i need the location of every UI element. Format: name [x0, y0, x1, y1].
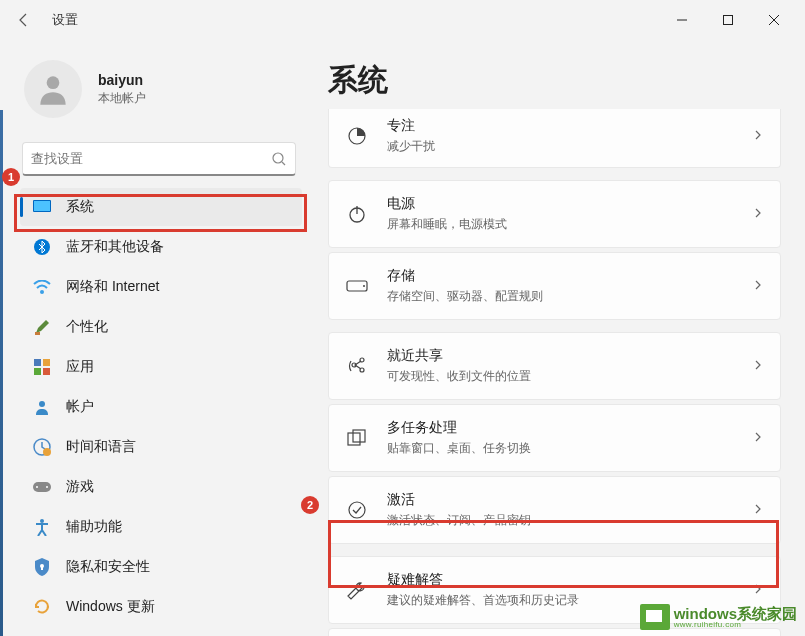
svg-point-33	[349, 502, 365, 518]
svg-point-19	[46, 486, 48, 488]
apps-icon	[32, 357, 52, 377]
maximize-button[interactable]	[705, 4, 751, 36]
chevron-right-icon	[752, 501, 764, 519]
minimize-icon	[676, 14, 688, 26]
maximize-icon	[722, 14, 734, 26]
chevron-right-icon	[752, 357, 764, 375]
paintbrush-icon	[32, 317, 52, 337]
chevron-right-icon	[752, 127, 764, 145]
tile-desc: 可发现性、收到文件的位置	[387, 368, 752, 385]
arrow-left-icon	[16, 12, 32, 28]
user-name: baiyun	[98, 72, 146, 88]
close-button[interactable]	[751, 4, 797, 36]
svg-point-8	[40, 290, 44, 294]
tile-storage[interactable]: 存储存储空间、驱动器、配置规则	[328, 252, 781, 320]
tile-focus[interactable]: 专注减少干扰	[328, 109, 781, 168]
avatar	[24, 60, 82, 118]
nav-item-bluetooth[interactable]: 蓝牙和其他设备	[20, 228, 302, 266]
tile-desc: 激活状态、订阅、产品密钥	[387, 512, 752, 529]
nav-item-accessibility[interactable]: 辅助功能	[20, 508, 302, 546]
nav-label: 帐户	[66, 398, 94, 416]
nav-item-accounts[interactable]: 帐户	[20, 388, 302, 426]
tile-power[interactable]: 电源屏幕和睡眠，电源模式	[328, 180, 781, 248]
svg-line-4	[282, 162, 285, 165]
annotation-marker-1: 1	[2, 168, 20, 186]
svg-point-18	[36, 486, 38, 488]
nav-label: 游戏	[66, 478, 94, 496]
tile-title: 就近共享	[387, 347, 752, 365]
tile-activation[interactable]: 激活激活状态、订阅、产品密钥	[328, 476, 781, 544]
nav-label: Windows 更新	[66, 598, 155, 616]
bluetooth-icon	[32, 237, 52, 257]
tile-desc: 贴靠窗口、桌面、任务切换	[387, 440, 752, 457]
titlebar: 设置	[0, 0, 805, 40]
nav-item-network[interactable]: 网络和 Internet	[20, 268, 302, 306]
check-circle-icon	[345, 498, 369, 522]
watermark-text: windows系统家园	[674, 606, 797, 621]
app-title: 设置	[52, 11, 78, 29]
nav-item-personalization[interactable]: 个性化	[20, 308, 302, 346]
tile-list: 专注减少干扰 电源屏幕和睡眠，电源模式 存储存储空间、驱动器、配置规则 就近共享…	[328, 109, 781, 636]
svg-point-2	[47, 76, 60, 89]
search-box[interactable]	[22, 142, 296, 176]
svg-point-3	[273, 153, 283, 163]
tile-title: 激活	[387, 491, 752, 509]
wifi-icon	[32, 277, 52, 297]
chevron-right-icon	[752, 205, 764, 223]
svg-point-27	[363, 285, 365, 287]
chevron-right-icon	[752, 277, 764, 295]
tile-desc: 存储空间、驱动器、配置规则	[387, 288, 752, 305]
gamepad-icon	[32, 477, 52, 497]
svg-rect-13	[43, 368, 50, 375]
svg-rect-1	[724, 16, 733, 25]
search-icon	[271, 151, 287, 167]
tile-title: 疑难解答	[387, 571, 752, 589]
nav-item-time-language[interactable]: 时间和语言	[20, 428, 302, 466]
wrench-icon	[345, 578, 369, 602]
nav-label: 网络和 Internet	[66, 278, 159, 296]
annotation-marker-2: 2	[301, 496, 319, 514]
tile-multitasking[interactable]: 多任务处理贴靠窗口、桌面、任务切换	[328, 404, 781, 472]
window-controls	[659, 4, 797, 36]
storage-icon	[345, 274, 369, 298]
watermark: windows系统家园 www.ruiheifu.com	[640, 604, 797, 630]
watermark-logo-icon	[640, 604, 670, 630]
svg-rect-6	[34, 201, 50, 211]
svg-rect-12	[34, 368, 41, 375]
clock-globe-icon	[32, 437, 52, 457]
sidebar: baiyun 本地帐户 系统 蓝牙和其他设备 网络和 Internet	[0, 40, 310, 636]
focus-icon	[345, 124, 369, 148]
nav-label: 蓝牙和其他设备	[66, 238, 164, 256]
system-icon	[32, 197, 52, 217]
svg-rect-10	[34, 359, 41, 366]
minimize-button[interactable]	[659, 4, 705, 36]
nav-item-privacy[interactable]: 隐私和安全性	[20, 548, 302, 586]
svg-point-29	[360, 368, 364, 372]
tile-desc: 减少干扰	[387, 138, 752, 155]
multitask-icon	[345, 426, 369, 450]
search-input[interactable]	[31, 151, 271, 166]
nav-label: 隐私和安全性	[66, 558, 150, 576]
nav-label: 时间和语言	[66, 438, 136, 456]
tile-nearby-sharing[interactable]: 就近共享可发现性、收到文件的位置	[328, 332, 781, 400]
back-button[interactable]	[8, 4, 40, 36]
page-title: 系统	[328, 60, 781, 101]
nav-item-windows-update[interactable]: Windows 更新	[20, 588, 302, 626]
svg-point-14	[39, 401, 45, 407]
nav-item-apps[interactable]: 应用	[20, 348, 302, 386]
user-section[interactable]: baiyun 本地帐户	[8, 48, 310, 130]
nav-list: 系统 蓝牙和其他设备 网络和 Internet 个性化 应用 帐户	[8, 188, 310, 626]
nav-label: 辅助功能	[66, 518, 122, 536]
account-icon	[32, 397, 52, 417]
svg-rect-9	[35, 332, 40, 335]
tile-title: 多任务处理	[387, 419, 752, 437]
nav-item-gaming[interactable]: 游戏	[20, 468, 302, 506]
nav-item-system[interactable]: 系统	[20, 188, 302, 226]
svg-point-28	[360, 358, 364, 362]
power-icon	[345, 202, 369, 226]
svg-rect-17	[33, 482, 51, 492]
tile-title: 电源	[387, 195, 752, 213]
nav-label: 个性化	[66, 318, 108, 336]
svg-rect-11	[43, 359, 50, 366]
svg-rect-22	[41, 567, 43, 570]
